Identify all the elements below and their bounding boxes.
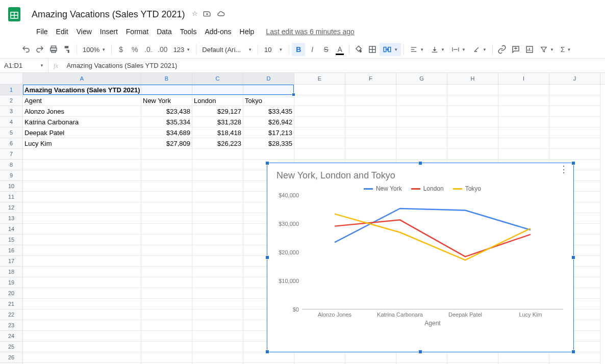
cell-A3[interactable]: Alonzo Jones	[23, 106, 141, 117]
menu-insert[interactable]: Insert	[96, 25, 121, 38]
cell-G5[interactable]	[396, 127, 447, 138]
undo-button[interactable]	[19, 43, 33, 56]
row-header-23[interactable]: 23	[0, 320, 22, 331]
cell-C24[interactable]	[192, 331, 243, 342]
row-header-20[interactable]: 20	[0, 288, 22, 299]
cell-H7[interactable]	[447, 149, 498, 160]
row-header-21[interactable]: 21	[0, 299, 22, 309]
h-align-button[interactable]: ▼	[407, 43, 427, 56]
cell-E3[interactable]	[294, 106, 345, 117]
strikethrough-button[interactable]: S	[319, 43, 333, 56]
italic-button[interactable]: I	[306, 43, 319, 56]
cell-B25[interactable]	[141, 342, 192, 352]
percent-button[interactable]: %	[128, 43, 141, 56]
cell-A4[interactable]: Katrina Carbonara	[23, 117, 141, 127]
cell-B5[interactable]: $34,689	[141, 127, 192, 138]
cell-B19[interactable]	[141, 277, 192, 288]
row-header-15[interactable]: 15	[0, 235, 22, 245]
cell-B22[interactable]	[141, 309, 192, 320]
chart-menu-icon[interactable]: ⋮	[559, 168, 568, 170]
cell-B15[interactable]	[141, 235, 192, 245]
cell-H6[interactable]	[447, 138, 498, 149]
bold-button[interactable]: B	[292, 43, 305, 56]
cell-A25[interactable]	[23, 342, 141, 352]
cell-F2[interactable]	[345, 95, 396, 106]
cell-H26[interactable]	[447, 352, 498, 363]
cell-B9[interactable]	[141, 170, 192, 181]
cell-A18[interactable]	[23, 267, 141, 277]
document-title[interactable]: Amazing Vacations (Sales YTD 2021)	[29, 8, 188, 21]
cell-C3[interactable]: $29,127	[192, 106, 243, 117]
cell-A5[interactable]: Deepak Patel	[23, 127, 141, 138]
sheets-logo[interactable]	[4, 4, 24, 24]
chart-object[interactable]: ⋮ New York, London and Tokyo New YorkLon…	[267, 163, 574, 352]
cell-F4[interactable]	[345, 117, 396, 127]
cell-B11[interactable]	[141, 192, 192, 202]
cell-F6[interactable]	[345, 138, 396, 149]
cell-H1[interactable]	[447, 85, 498, 95]
row-header-7[interactable]: 7	[0, 149, 22, 160]
cell-C1[interactable]	[192, 85, 243, 95]
rotate-button[interactable]: ▼	[469, 43, 490, 56]
cell-D6[interactable]: $28,335	[243, 138, 294, 149]
col-header-F[interactable]: F	[345, 73, 396, 84]
row-header-5[interactable]: 5	[0, 127, 22, 138]
name-box[interactable]: A1:D1▼	[0, 59, 48, 72]
cell-G1[interactable]	[396, 85, 447, 95]
cell-B7[interactable]	[141, 149, 192, 160]
cell-J3[interactable]	[549, 106, 600, 117]
cell-G3[interactable]	[396, 106, 447, 117]
menu-file[interactable]: File	[33, 25, 52, 38]
row-header-13[interactable]: 13	[0, 213, 22, 224]
col-header-C[interactable]: C	[192, 73, 243, 84]
menu-edit[interactable]: Edit	[53, 25, 72, 38]
cell-C13[interactable]	[192, 213, 243, 224]
cell-B8[interactable]	[141, 160, 192, 170]
cell-B3[interactable]: $23,438	[141, 106, 192, 117]
menu-help[interactable]: Help	[236, 25, 258, 38]
row-header-2[interactable]: 2	[0, 95, 22, 106]
cell-C11[interactable]	[192, 192, 243, 202]
cell-B20[interactable]	[141, 288, 192, 299]
cell-I4[interactable]	[498, 117, 549, 127]
cell-C10[interactable]	[192, 181, 243, 192]
cell-A24[interactable]	[23, 331, 141, 342]
cell-C5[interactable]: $18,418	[192, 127, 243, 138]
cell-I2[interactable]	[498, 95, 549, 106]
cell-C21[interactable]	[192, 299, 243, 309]
cell-J4[interactable]	[549, 117, 600, 127]
cell-F3[interactable]	[345, 106, 396, 117]
cell-J6[interactable]	[549, 138, 600, 149]
menu-format[interactable]: Format	[122, 25, 152, 38]
zoom-dropdown[interactable]: 100%▼	[80, 43, 109, 56]
cell-D1[interactable]	[243, 85, 294, 95]
cell-I5[interactable]	[498, 127, 549, 138]
cell-A26[interactable]	[23, 352, 141, 363]
comment-button[interactable]	[509, 43, 522, 56]
cell-H4[interactable]	[447, 117, 498, 127]
cell-B26[interactable]	[141, 352, 192, 363]
cell-C15[interactable]	[192, 235, 243, 245]
cell-H5[interactable]	[447, 127, 498, 138]
cell-A15[interactable]	[23, 235, 141, 245]
cell-F1[interactable]	[345, 85, 396, 95]
cell-B6[interactable]: $27,809	[141, 138, 192, 149]
row-header-12[interactable]: 12	[0, 202, 22, 213]
cell-I7[interactable]	[498, 149, 549, 160]
star-icon[interactable]: ☆	[192, 10, 198, 19]
menu-addons[interactable]: Add-ons	[201, 25, 235, 38]
cell-A16[interactable]	[23, 245, 141, 256]
formula-bar[interactable]: Amazing Vacations (Sales YTD 2021)	[63, 62, 605, 69]
col-header-J[interactable]: J	[549, 73, 600, 84]
cell-A7[interactable]	[23, 149, 141, 160]
row-header-9[interactable]: 9	[0, 170, 22, 181]
cell-C14[interactable]	[192, 224, 243, 235]
col-header-A[interactable]: A	[23, 73, 141, 84]
cell-A11[interactable]	[23, 192, 141, 202]
cell-F7[interactable]	[345, 149, 396, 160]
cell-C9[interactable]	[192, 170, 243, 181]
cell-E1[interactable]	[294, 85, 345, 95]
cell-E2[interactable]	[294, 95, 345, 106]
row-header-24[interactable]: 24	[0, 331, 22, 342]
cell-B4[interactable]: $35,334	[141, 117, 192, 127]
